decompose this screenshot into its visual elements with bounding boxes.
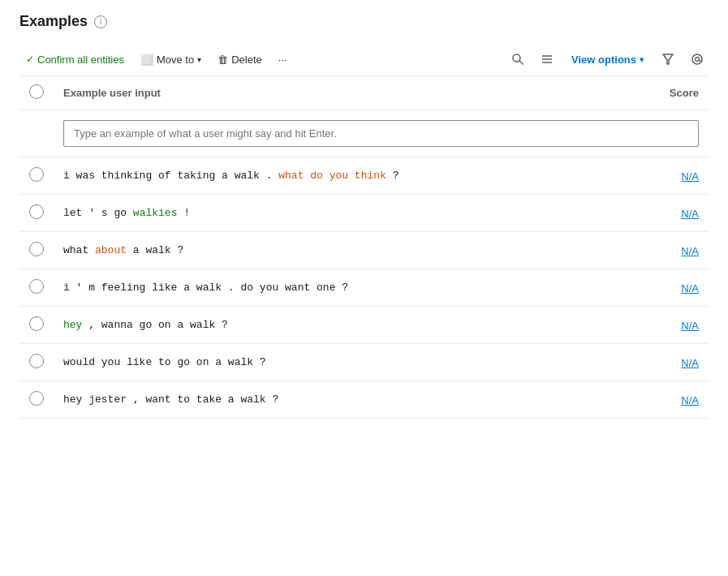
input-row (19, 110, 709, 157)
delete-label: Delete (231, 54, 262, 66)
svg-line-1 (519, 61, 523, 64)
row-4-checkbox-cell (19, 269, 54, 307)
chevron-down-icon: ▾ (640, 55, 644, 64)
row-2-score: N/A (644, 195, 709, 232)
table-row: would you like to go on a walk ? N/A (19, 344, 709, 381)
filter-icon (661, 53, 674, 66)
row-2-checkbox-cell (19, 195, 54, 232)
table-row: hey jester , want to take a walk ? N/A (19, 381, 709, 419)
table-row: what about a walk ? N/A (19, 232, 709, 269)
row-3-checkbox-cell (19, 232, 54, 269)
toolbar: ✓ Confirm all entities ⬜ Move to ▾ 🗑 Del… (19, 43, 709, 76)
row-6-radio[interactable] (29, 354, 44, 368)
row-3-score: N/A (644, 232, 709, 269)
row-5-score: N/A (644, 307, 709, 344)
page-container: Examples i ✓ Confirm all entities ⬜ Move… (0, 0, 728, 432)
move-to-label: Move to (157, 54, 194, 66)
row-3-score-link[interactable]: N/A (681, 245, 699, 257)
delete-icon: 🗑 (218, 54, 228, 66)
toolbar-right: View options ▾ (506, 49, 709, 69)
page-header: Examples i (19, 13, 709, 30)
row-2-score-link[interactable]: N/A (681, 208, 699, 220)
row-7-radio[interactable] (29, 391, 44, 406)
move-to-icon: ⬜ (140, 54, 153, 66)
svg-point-7 (696, 58, 700, 62)
view-options-label: View options (571, 54, 636, 66)
table-row: let ' s go walkies ! N/A (19, 195, 709, 232)
check-icon: ✓ (26, 54, 34, 65)
row-7-score: N/A (644, 381, 709, 419)
row-5-text: hey , wanna go on a walk ? (54, 307, 644, 344)
row-1-text: i was thinking of taking a walk . what d… (54, 157, 644, 195)
svg-point-6 (692, 54, 702, 64)
table-header-row: Example user input Score (19, 76, 709, 110)
search-icon (511, 53, 524, 66)
move-to-button[interactable]: ⬜ Move to ▾ (134, 50, 208, 69)
row-6-score: N/A (644, 344, 709, 381)
more-label: ··· (278, 54, 287, 66)
row-5-checkbox-cell (19, 307, 54, 344)
row-6-checkbox-cell (19, 344, 54, 381)
delete-button[interactable]: 🗑 Delete (211, 50, 269, 69)
examples-table: Example user input Score i was thinking … (19, 76, 709, 419)
view-options-button[interactable]: View options ▾ (565, 50, 650, 69)
row-5-radio[interactable] (29, 316, 44, 331)
th-score: Score (644, 76, 709, 110)
svg-marker-5 (663, 54, 673, 64)
table-row: hey , wanna go on a walk ? N/A (19, 307, 709, 344)
table-row: i ' m feeling like a walk . do you want … (19, 269, 709, 307)
row-4-score: N/A (644, 269, 709, 307)
row-4-text: i ' m feeling like a walk . do you want … (54, 269, 644, 307)
input-row-checkbox-cell (19, 110, 54, 157)
row-1-score-link[interactable]: N/A (681, 170, 699, 183)
row-7-score-link[interactable]: N/A (681, 394, 699, 406)
row-7-text: hey jester , want to take a walk ? (54, 381, 644, 419)
row-1-radio[interactable] (29, 167, 44, 182)
row-1-checkbox-cell (19, 157, 54, 195)
user-icon-button[interactable] (686, 49, 709, 69)
more-button[interactable]: ··· (272, 50, 294, 69)
row-5-score-link[interactable]: N/A (681, 320, 699, 332)
row-4-score-link[interactable]: N/A (681, 282, 699, 294)
confirm-label: Confirm all entities (37, 54, 124, 66)
row-6-text: would you like to go on a walk ? (54, 344, 644, 381)
page-title: Examples (19, 13, 88, 30)
row-2-text: let ' s go walkies ! (54, 195, 644, 232)
info-icon[interactable]: i (94, 15, 107, 28)
row-2-radio[interactable] (29, 204, 44, 219)
th-checkbox (19, 76, 54, 110)
row-3-text: what about a walk ? (54, 232, 644, 269)
search-button[interactable] (506, 49, 529, 69)
select-all-checkbox[interactable] (29, 84, 44, 99)
row-3-radio[interactable] (29, 242, 44, 256)
input-row-cell (54, 110, 709, 157)
at-icon (691, 53, 704, 66)
list-view-button[interactable] (536, 49, 558, 69)
chevron-down-icon: ▾ (197, 55, 201, 64)
row-6-score-link[interactable]: N/A (681, 357, 699, 369)
example-text-input[interactable] (63, 120, 699, 147)
row-4-radio[interactable] (29, 279, 44, 294)
table-row: i was thinking of taking a walk . what d… (19, 157, 709, 195)
confirm-all-entities-button[interactable]: ✓ Confirm all entities (19, 50, 131, 69)
row-7-checkbox-cell (19, 381, 54, 419)
filter-button[interactable] (657, 49, 679, 69)
th-example-input: Example user input (54, 76, 644, 110)
toolbar-left: ✓ Confirm all entities ⬜ Move to ▾ 🗑 Del… (19, 50, 294, 69)
list-icon (541, 53, 554, 66)
row-1-score: N/A (644, 157, 709, 195)
